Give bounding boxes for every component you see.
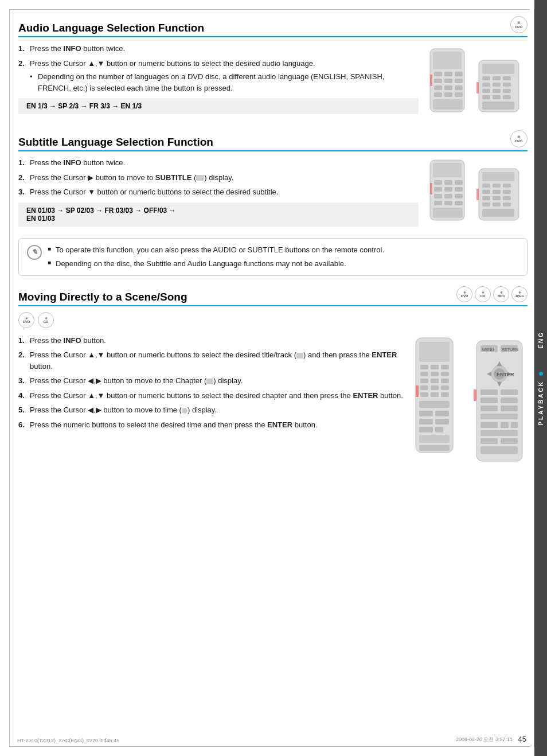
svg-rect-88	[435, 427, 443, 432]
step-num-1: 1.	[18, 43, 30, 54]
svg-rect-82	[419, 401, 450, 408]
svg-rect-74	[441, 379, 449, 383]
section-moving-title: Moving Directly to a Scene/Song	[18, 291, 187, 303]
audio-step-2: 2. Press the Cursor ▲,▼ button or numeri…	[18, 58, 419, 69]
svg-rect-44	[444, 201, 452, 205]
svg-rect-79	[431, 392, 439, 397]
svg-rect-49	[482, 172, 514, 181]
svg-rect-66	[420, 365, 428, 369]
svg-rect-25	[493, 89, 501, 93]
svg-rect-8	[434, 85, 442, 90]
section-audio-title: Audio Language Selection Function	[18, 22, 204, 34]
svg-rect-6	[444, 79, 452, 83]
svg-rect-4	[455, 72, 463, 76]
border-bottom	[9, 746, 530, 747]
svg-rect-80	[441, 392, 449, 397]
svg-rect-84	[435, 411, 449, 416]
subtitle-step-3: 3. Press the Cursor ▼ button or numeric …	[18, 186, 419, 198]
svg-rect-5	[434, 79, 442, 83]
svg-rect-65	[419, 342, 450, 362]
border-top	[9, 9, 530, 10]
svg-rect-19	[493, 76, 501, 80]
svg-rect-53	[482, 190, 490, 194]
svg-rect-62	[482, 209, 514, 217]
svg-rect-70	[431, 372, 439, 376]
step-num-2: 2.	[18, 58, 30, 69]
svg-rect-59	[482, 202, 490, 206]
audio-bullet: • Depending on the number of languages o…	[30, 71, 419, 93]
svg-rect-58	[503, 196, 511, 200]
svg-rect-46	[433, 208, 463, 218]
svg-rect-110	[501, 398, 518, 403]
playback-dot	[539, 372, 543, 376]
subtitle-remote-svg	[427, 157, 525, 226]
svg-rect-86	[435, 419, 449, 424]
svg-rect-14	[433, 99, 463, 110]
section-subtitle-body: 1. Press the INFO button twice. 2. Press…	[18, 157, 528, 229]
svg-rect-2	[434, 72, 442, 76]
section-subtitle: Subtitle Language Selection Function ✱ D…	[18, 130, 528, 229]
right-sidebar: ENG PLAYBACK	[534, 0, 547, 756]
audio-remote-svg	[427, 43, 525, 118]
svg-rect-68	[441, 365, 449, 369]
svg-rect-36	[455, 180, 463, 185]
badge-mp3: ✱MP3	[493, 286, 509, 302]
note-content: ■ To operate this function, you can also…	[48, 244, 519, 270]
svg-rect-113	[480, 414, 518, 419]
moving-steps: 1. Press the INFO button. 2. Press the C…	[18, 335, 406, 434]
badge-cd1: ✱CD	[475, 286, 491, 302]
svg-rect-43	[434, 201, 442, 205]
svg-rect-89	[419, 435, 450, 443]
svg-rect-28	[493, 95, 501, 99]
section-audio-header: Audio Language Selection Function ✱ DVD	[18, 16, 528, 37]
moving-step-4: 4. Press the Cursor ▲,▼ button or numeri…	[18, 390, 406, 402]
svg-rect-115	[501, 422, 509, 428]
svg-rect-18	[482, 76, 490, 80]
svg-rect-116	[511, 422, 518, 428]
svg-rect-31	[476, 82, 479, 93]
svg-rect-73	[431, 379, 439, 383]
audio-bullet-text: Depending on the number of languages on …	[38, 71, 419, 93]
audio-sequence: EN 1/3 → SP 2/3 → FR 3/3 → EN 1/3	[18, 98, 419, 114]
svg-rect-85	[419, 419, 433, 424]
eng-label: ENG	[538, 331, 544, 349]
audio-dvd-badge: ✱ DVD	[510, 16, 528, 33]
moving-step-5: 5. Press the Cursor ◀,▶ button to move t…	[18, 404, 406, 416]
svg-rect-1	[433, 52, 462, 69]
border-right	[534, 9, 534, 747]
svg-rect-71	[441, 372, 449, 376]
svg-rect-67	[431, 365, 439, 369]
subtitle-step-2: 2. Press the Cursor ▶ button to move to …	[18, 172, 419, 184]
svg-rect-60	[493, 202, 501, 206]
svg-rect-30	[482, 102, 514, 110]
svg-rect-77	[441, 385, 449, 390]
svg-rect-111	[480, 406, 498, 411]
svg-rect-109	[480, 398, 498, 403]
svg-rect-76	[431, 385, 439, 390]
sub-badge-dvd: ✱DVD	[18, 312, 34, 328]
svg-rect-121	[474, 389, 476, 401]
footer-right: 2008-02-20 오전 3:57:11	[456, 736, 513, 743]
audio-remote-image	[424, 43, 528, 118]
moving-step-3: 3. Press the Cursor ◀,▶ button to move t…	[18, 375, 406, 387]
svg-rect-39	[455, 187, 463, 192]
svg-rect-22	[493, 83, 501, 87]
moving-badges: ✱DVD ✱CD ✱MP3 ✱JPEG	[456, 286, 528, 302]
svg-rect-11	[434, 92, 442, 97]
section-moving-body: 1. Press the INFO button. 2. Press the C…	[18, 335, 528, 467]
svg-rect-107	[480, 389, 498, 395]
svg-rect-90	[419, 445, 450, 451]
moving-remote-svg: MENU RETURN ENTER	[415, 335, 526, 467]
sub-badges: ✱DVD ✱CD	[18, 312, 528, 328]
svg-rect-120	[480, 446, 518, 454]
svg-rect-87	[419, 427, 433, 432]
svg-rect-15	[430, 75, 432, 86]
svg-rect-112	[501, 406, 518, 411]
svg-rect-45	[455, 201, 463, 205]
svg-rect-83	[419, 411, 433, 416]
playback-label: PLAYBACK	[538, 380, 544, 426]
svg-rect-63	[476, 189, 479, 200]
svg-rect-55	[503, 190, 511, 194]
note-item-1: ■ To operate this function, you can also…	[48, 244, 519, 256]
step-text-1: Press the INFO button twice.	[30, 43, 125, 54]
